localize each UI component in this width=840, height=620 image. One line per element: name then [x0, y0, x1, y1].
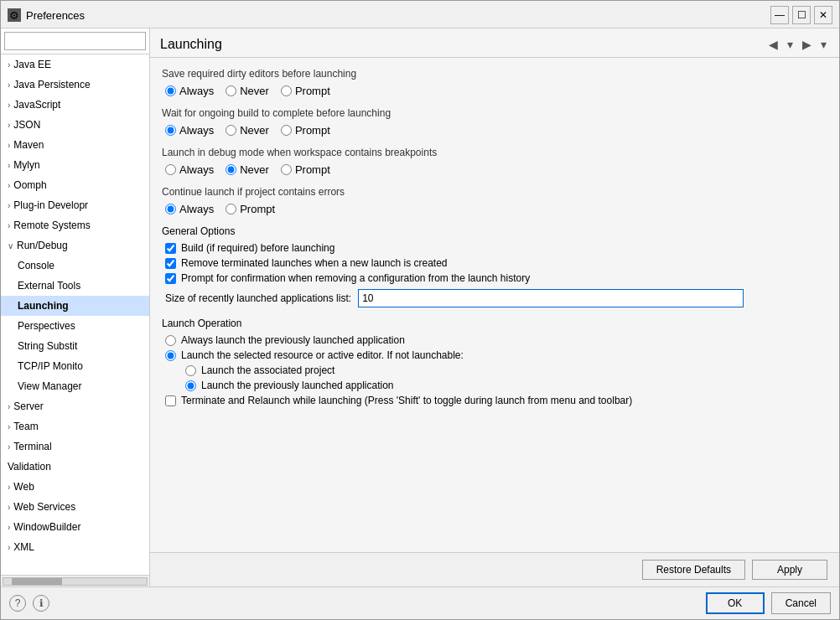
- launch-selected-radio[interactable]: [165, 350, 176, 361]
- debug-mode-prompt[interactable]: Prompt: [281, 163, 330, 176]
- sidebar-item-label-perspectives: Perspectives: [18, 318, 75, 333]
- sidebar-item-external-tools[interactable]: External Tools: [1, 276, 149, 296]
- ongoing-build-prompt[interactable]: Prompt: [281, 124, 330, 137]
- sidebar-item-label-maven: Maven: [13, 137, 44, 152]
- horizontal-scrollbar[interactable]: [1, 575, 149, 586]
- project-errors-prompt[interactable]: Prompt: [226, 203, 275, 215]
- sidebar-item-perspectives[interactable]: Perspectives: [1, 316, 149, 336]
- debug-mode-always[interactable]: Always: [165, 163, 214, 176]
- cancel-button[interactable]: Cancel: [771, 592, 831, 614]
- sidebar-item-tcpip[interactable]: TCP/IP Monito: [1, 356, 149, 376]
- always-launch-radio[interactable]: [165, 335, 176, 346]
- debug-mode-never-radio[interactable]: [226, 164, 236, 175]
- sidebar-item-terminal[interactable]: ›Terminal: [1, 437, 149, 457]
- footer-icons: ? ℹ: [9, 595, 49, 612]
- launch-previously-radio[interactable]: [185, 380, 196, 391]
- sidebar-item-validation[interactable]: Validation: [1, 457, 149, 477]
- ongoing-build-never-label: Never: [240, 124, 269, 137]
- sidebar-item-server[interactable]: ›Server: [1, 396, 149, 416]
- search-input[interactable]: [4, 32, 146, 50]
- info-icon[interactable]: ℹ: [33, 595, 49, 612]
- debug-mode-never[interactable]: Never: [226, 163, 269, 176]
- sidebar-item-label-launching: Launching: [18, 298, 69, 313]
- dirty-editors-prompt[interactable]: Prompt: [281, 85, 330, 97]
- back-dropdown[interactable]: ▾: [784, 35, 796, 54]
- sidebar-item-web[interactable]: ›Web: [1, 477, 149, 497]
- terminate-label[interactable]: Terminate and Relaunch while launching (…: [181, 395, 632, 406]
- ongoing-build-always-radio[interactable]: [165, 125, 176, 136]
- size-input[interactable]: [358, 289, 744, 307]
- debug-mode-options: Always Never Prompt: [162, 163, 827, 176]
- always-launch-label[interactable]: Always launch the previously launched ap…: [181, 334, 405, 346]
- sidebar-item-mylyn[interactable]: ›Mylyn: [1, 155, 149, 175]
- launch-associated-label[interactable]: Launch the associated project: [201, 364, 334, 376]
- sidebar-item-window-builder[interactable]: ›WindowBuilder: [1, 517, 149, 537]
- ongoing-build-never[interactable]: Never: [226, 124, 269, 137]
- section-debug-mode-label: Launch in debug mode when workspace cont…: [162, 147, 827, 158]
- dirty-editors-prompt-radio[interactable]: [281, 85, 292, 96]
- sidebar-item-view-manager[interactable]: View Manager: [1, 376, 149, 396]
- sidebar-item-xml[interactable]: ›XML: [1, 537, 149, 557]
- sidebar-item-maven[interactable]: ›Maven: [1, 135, 149, 155]
- sidebar-item-oomph[interactable]: ›Oomph: [1, 175, 149, 195]
- sidebar-item-label-xml: XML: [13, 540, 34, 555]
- forward-button[interactable]: ▶: [797, 35, 816, 54]
- launch-selected-label[interactable]: Launch the selected resource or active e…: [181, 349, 464, 361]
- terminate-checkbox[interactable]: [165, 395, 176, 406]
- sidebar-item-team[interactable]: ›Team: [1, 416, 149, 437]
- sidebar-item-remote-systems[interactable]: ›Remote Systems: [1, 215, 149, 235]
- project-errors-always-radio[interactable]: [165, 204, 176, 214]
- preferences-dialog: ⚙ Preferences — ☐ ✕ ›Java EE›Java Persis…: [0, 0, 840, 620]
- app-icon: ⚙: [8, 8, 21, 22]
- remove-terminated-label[interactable]: Remove terminated launches when a new la…: [181, 257, 448, 269]
- close-button[interactable]: ✕: [814, 6, 832, 24]
- sidebar-item-launching[interactable]: Launching: [1, 296, 149, 316]
- sidebar-item-string-subst[interactable]: String Substit: [1, 336, 149, 356]
- dirty-editors-always[interactable]: Always: [165, 85, 214, 97]
- sidebar-item-label-console: Console: [18, 258, 54, 273]
- ongoing-build-always-label: Always: [179, 124, 214, 137]
- dirty-editors-never[interactable]: Never: [226, 85, 269, 97]
- prompt-confirm-label[interactable]: Prompt for confirmation when removing a …: [181, 272, 530, 284]
- apply-button[interactable]: Apply: [752, 560, 827, 580]
- ok-button[interactable]: OK: [706, 592, 765, 614]
- help-icon[interactable]: ?: [9, 595, 26, 612]
- sidebar-item-plug-in-dev[interactable]: ›Plug-in Developr: [1, 195, 149, 215]
- dirty-editors-never-radio[interactable]: [226, 85, 236, 96]
- launch-previously-option: Launch the previously launched applicati…: [162, 380, 827, 391]
- tree-arrow-mylyn: ›: [8, 159, 10, 172]
- dirty-editors-always-radio[interactable]: [165, 85, 176, 96]
- tree-arrow-plug-in-dev: ›: [8, 199, 10, 212]
- sidebar-item-json[interactable]: ›JSON: [1, 115, 149, 135]
- sidebar-item-javascript[interactable]: ›JavaScript: [1, 95, 149, 115]
- tree-arrow-team: ›: [8, 421, 10, 433]
- ongoing-build-never-radio[interactable]: [226, 125, 236, 136]
- remove-terminated-checkbox[interactable]: [165, 258, 176, 269]
- debug-mode-always-radio[interactable]: [165, 164, 176, 175]
- project-errors-always[interactable]: Always: [165, 203, 214, 215]
- project-errors-prompt-radio[interactable]: [226, 204, 236, 214]
- forward-dropdown[interactable]: ▾: [817, 35, 829, 54]
- always-launch-option: Always launch the previously launched ap…: [162, 334, 827, 346]
- sidebar-item-label-run-debug: Run/Debug: [17, 238, 68, 253]
- build-checkbox[interactable]: [165, 243, 176, 254]
- launch-associated-radio[interactable]: [185, 365, 196, 376]
- scroll-thumb[interactable]: [12, 578, 62, 585]
- scroll-track[interactable]: [3, 577, 148, 586]
- maximize-button[interactable]: ☐: [792, 6, 811, 24]
- restore-defaults-button[interactable]: Restore Defaults: [642, 560, 745, 580]
- debug-mode-never-label: Never: [240, 163, 269, 176]
- sidebar-item-console[interactable]: Console: [1, 256, 149, 276]
- ongoing-build-always[interactable]: Always: [165, 124, 214, 137]
- build-checkbox-label[interactable]: Build (if required) before launching: [181, 242, 334, 254]
- ongoing-build-prompt-radio[interactable]: [281, 125, 292, 136]
- sidebar-item-java-persistence[interactable]: ›Java Persistence: [1, 75, 149, 95]
- debug-mode-prompt-radio[interactable]: [281, 164, 292, 175]
- launch-previously-label[interactable]: Launch the previously launched applicati…: [201, 380, 394, 391]
- sidebar-item-web-services[interactable]: ›Web Services: [1, 497, 149, 517]
- prompt-confirm-checkbox[interactable]: [165, 273, 176, 284]
- minimize-button[interactable]: —: [770, 6, 789, 24]
- back-button[interactable]: ◀: [764, 35, 782, 54]
- sidebar-item-run-debug[interactable]: ∨Run/Debug: [1, 235, 149, 256]
- sidebar-item-java-ee[interactable]: ›Java EE: [1, 54, 149, 75]
